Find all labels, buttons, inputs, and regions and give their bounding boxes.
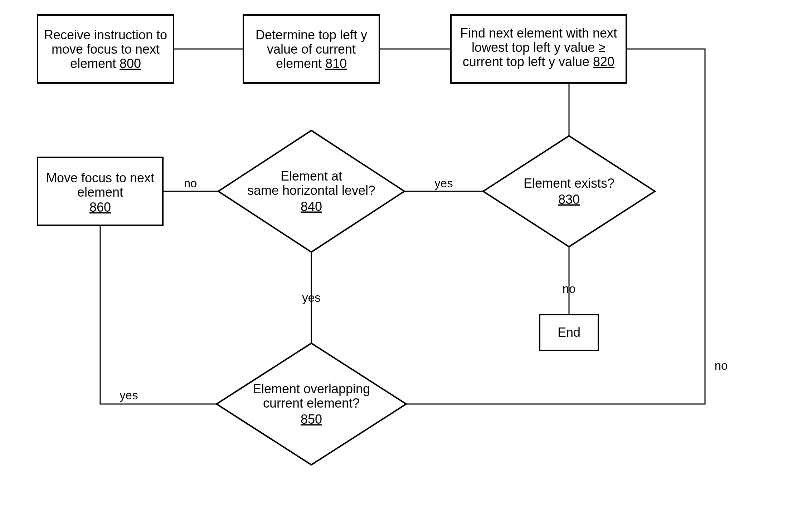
label-850-yes: yes — [120, 389, 138, 402]
d830-ref: 830 — [558, 192, 580, 207]
box-820-line1: Find next element with next — [460, 26, 617, 40]
diamond-850: Element overlapping current element? 850 — [217, 343, 406, 465]
box-800-line3: element 800 — [70, 56, 141, 71]
d830-line1: Element exists? — [524, 176, 614, 191]
label-850-no: no — [715, 359, 728, 372]
d840-line2: same horizontal level? — [247, 183, 375, 198]
box-800-line1: Receive instruction to — [44, 28, 167, 42]
d850-line1: Element overlapping — [253, 381, 370, 396]
diamond-840: Element at same horizontal level? 840 — [218, 130, 404, 252]
box-820: Find next element with next lowest top l… — [451, 15, 626, 83]
box-810-line1: Determine top left y — [256, 28, 367, 42]
box-810: Determine top left y value of current el… — [243, 15, 379, 83]
d840-ref: 840 — [301, 199, 322, 214]
label-840-no: no — [184, 177, 197, 190]
conn-850-860 — [100, 225, 217, 404]
box-end: End — [540, 315, 598, 350]
box-820-line2: lowest top left y value ≥ — [472, 40, 606, 55]
box-800: Receive instruction to move focus to nex… — [38, 15, 174, 83]
box-810-line3: element 810 — [276, 56, 347, 71]
box-820-line3: current top left y value 820 — [463, 54, 614, 69]
label-840-yes: yes — [302, 291, 320, 304]
d850-line2: current element? — [263, 396, 360, 410]
box-810-line2: value of current — [267, 42, 356, 56]
box-860-line1: Move focus to next — [46, 171, 154, 185]
end-label: End — [558, 325, 580, 340]
label-830-no: no — [563, 282, 576, 295]
box-800-line2: move focus to next — [52, 42, 160, 56]
box-860-ref: 860 — [89, 200, 111, 215]
label-830-yes: yes — [434, 177, 453, 190]
svg-marker-5 — [483, 136, 655, 247]
diamond-830: Element exists? 830 — [483, 136, 655, 247]
d850-ref: 850 — [301, 412, 322, 427]
box-860-line2: element — [77, 185, 123, 200]
d840-line1: Element at — [281, 169, 342, 183]
box-860: Move focus to next element 860 — [38, 157, 163, 225]
